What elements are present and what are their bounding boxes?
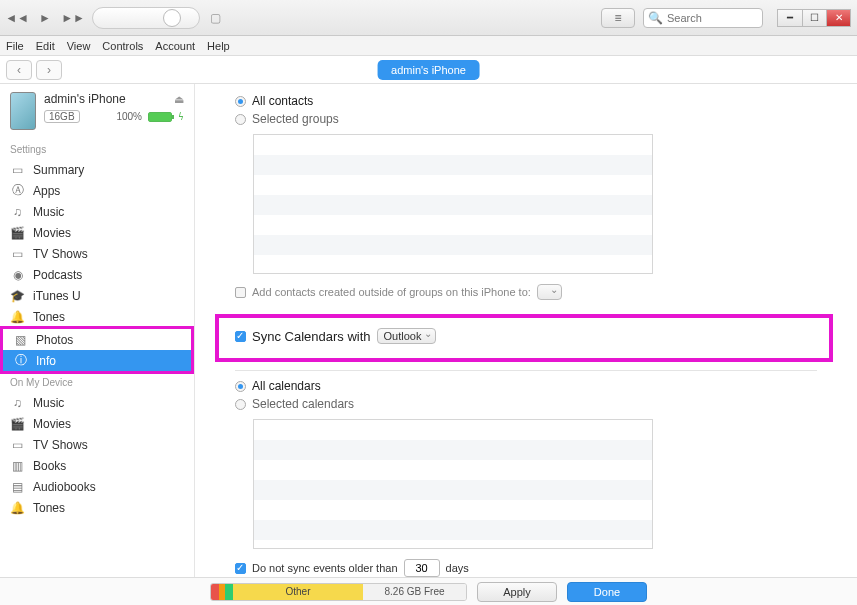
radio-label: Selected groups (252, 112, 339, 126)
minimize-button[interactable]: ━ (778, 10, 802, 26)
playback-controls: ◄◄ ► ►► (6, 7, 84, 29)
play-button[interactable]: ► (34, 7, 56, 29)
tvshows-icon: ▭ (10, 437, 25, 452)
sidebar-item-od-tones[interactable]: 🔔Tones (0, 497, 194, 518)
summary-icon: ▭ (10, 162, 25, 177)
radio-label: All contacts (252, 94, 313, 108)
sidebar-item-od-movies[interactable]: 🎬Movies (0, 413, 194, 434)
add-outside-select[interactable] (537, 284, 562, 300)
audiobooks-icon: ▤ (10, 479, 25, 494)
list-view-button[interactable]: ≡ (601, 8, 635, 28)
checkbox-label: Add contacts created outside of groups o… (252, 286, 531, 298)
sidebar-item-tvshows[interactable]: ▭TV Shows (0, 243, 194, 264)
sidebar-item-label: Audiobooks (33, 480, 96, 494)
search-box[interactable]: 🔍 (643, 8, 763, 28)
older-events-row: Do not sync events older than days (235, 555, 817, 577)
back-button[interactable]: ‹ (6, 60, 32, 80)
apply-button[interactable]: Apply (477, 582, 557, 602)
contacts-selected-radio[interactable]: Selected groups (235, 110, 817, 128)
sidebar-item-label: Tones (33, 501, 65, 515)
sync-calendars-checkbox[interactable] (235, 331, 246, 342)
storage-seg (211, 584, 219, 600)
sync-calendars-row: Sync Calendars with Outlook (235, 328, 815, 344)
radio-icon (235, 399, 246, 410)
titlebar: ◄◄ ► ►► ▢ ≡ 🔍 ━ ☐ ✕ (0, 0, 857, 36)
menu-account[interactable]: Account (155, 40, 195, 52)
sidebar-item-label: Books (33, 459, 66, 473)
sidebar-item-music[interactable]: ♫Music (0, 201, 194, 222)
contacts-all-radio[interactable]: All contacts (235, 92, 817, 110)
search-icon: 🔍 (648, 11, 663, 25)
sidebar-item-label: TV Shows (33, 438, 88, 452)
menu-file[interactable]: File (6, 40, 24, 52)
storage-seg-free: 8.26 GB Free (363, 584, 466, 600)
sidebar-item-podcasts[interactable]: ◉Podcasts (0, 264, 194, 285)
sidebar-item-od-books[interactable]: ▥Books (0, 455, 194, 476)
maximize-button[interactable]: ☐ (802, 10, 826, 26)
movies-icon: 🎬 (10, 225, 25, 240)
podcasts-icon: ◉ (10, 267, 25, 282)
menu-help[interactable]: Help (207, 40, 230, 52)
contacts-section: All contacts Selected groups Add contact… (195, 84, 857, 314)
sidebar-item-info[interactable]: ⓘInfo (3, 350, 191, 371)
sidebar-item-od-tvshows[interactable]: ▭TV Shows (0, 434, 194, 455)
battery-percent: 100% (116, 111, 142, 122)
sync-calendars-app-select[interactable]: Outlook (377, 328, 437, 344)
add-outside-checkbox[interactable] (235, 287, 246, 298)
sidebar-item-od-audiobooks[interactable]: ▤Audiobooks (0, 476, 194, 497)
search-input[interactable] (667, 12, 747, 24)
tones-icon: 🔔 (10, 500, 25, 515)
content-pane[interactable]: All contacts Selected groups Add contact… (195, 84, 857, 577)
sidebar-item-label: Apps (33, 184, 60, 198)
volume-slider[interactable] (92, 7, 200, 29)
window-controls: ━ ☐ ✕ (777, 9, 851, 27)
sidebar-item-label: Movies (33, 417, 71, 431)
highlight-annotation-sync: Sync Calendars with Outlook (215, 314, 833, 362)
sidebar-item-label: Summary (33, 163, 84, 177)
menu-edit[interactable]: Edit (36, 40, 55, 52)
sync-calendars-label: Sync Calendars with (252, 329, 371, 344)
itunesu-icon: 🎓 (10, 288, 25, 303)
older-events-label-pre: Do not sync events older than (252, 562, 398, 574)
airplay-icon[interactable]: ▢ (204, 7, 226, 29)
device-pill[interactable]: admin's iPhone (377, 60, 480, 80)
sidebar-item-label: Movies (33, 226, 71, 240)
menu-controls[interactable]: Controls (102, 40, 143, 52)
sidebar-item-apps[interactable]: ⒶApps (0, 180, 194, 201)
settings-section-label: Settings (0, 140, 194, 159)
info-icon: ⓘ (13, 353, 28, 368)
older-events-label-post: days (446, 562, 469, 574)
footer: Other 8.26 GB Free Apply Done (0, 577, 857, 605)
close-button[interactable]: ✕ (826, 10, 850, 26)
sidebar-item-od-music[interactable]: ♫Music (0, 392, 194, 413)
sidebar: admin's iPhone ⏏ 16GB 100% ϟ Settings ▭S… (0, 84, 195, 577)
charging-icon: ϟ (178, 112, 184, 122)
rewind-button[interactable]: ◄◄ (6, 7, 28, 29)
sidebar-item-itunesu[interactable]: 🎓iTunes U (0, 285, 194, 306)
highlight-annotation: ▧Photos ⓘInfo (0, 326, 194, 374)
done-button[interactable]: Done (567, 582, 647, 602)
device-name: admin's iPhone (44, 92, 126, 106)
forward-button-nav[interactable]: › (36, 60, 62, 80)
sidebar-item-photos[interactable]: ▧Photos (3, 329, 191, 350)
device-capacity: 16GB (44, 110, 80, 123)
sidebar-item-label: Tones (33, 310, 65, 324)
older-events-days-input[interactable] (404, 559, 440, 577)
sidebar-item-tones[interactable]: 🔔Tones (0, 306, 194, 327)
calendars-listbox (253, 419, 653, 549)
calendars-selected-radio[interactable]: Selected calendars (235, 395, 817, 413)
sidebar-item-label: Podcasts (33, 268, 82, 282)
calendars-all-radio[interactable]: All calendars (235, 377, 817, 395)
sidebar-item-label: iTunes U (33, 289, 81, 303)
eject-icon[interactable]: ⏏ (174, 93, 184, 106)
radio-label: All calendars (252, 379, 321, 393)
older-events-checkbox[interactable] (235, 563, 246, 574)
sidebar-item-summary[interactable]: ▭Summary (0, 159, 194, 180)
music-icon: ♫ (10, 395, 25, 410)
forward-button[interactable]: ►► (62, 7, 84, 29)
sidebar-item-movies[interactable]: 🎬Movies (0, 222, 194, 243)
add-outside-contacts-row: Add contacts created outside of groups o… (235, 280, 817, 304)
menu-view[interactable]: View (67, 40, 91, 52)
device-summary: admin's iPhone ⏏ 16GB 100% ϟ (0, 84, 194, 140)
storage-bar: Other 8.26 GB Free (210, 583, 467, 601)
